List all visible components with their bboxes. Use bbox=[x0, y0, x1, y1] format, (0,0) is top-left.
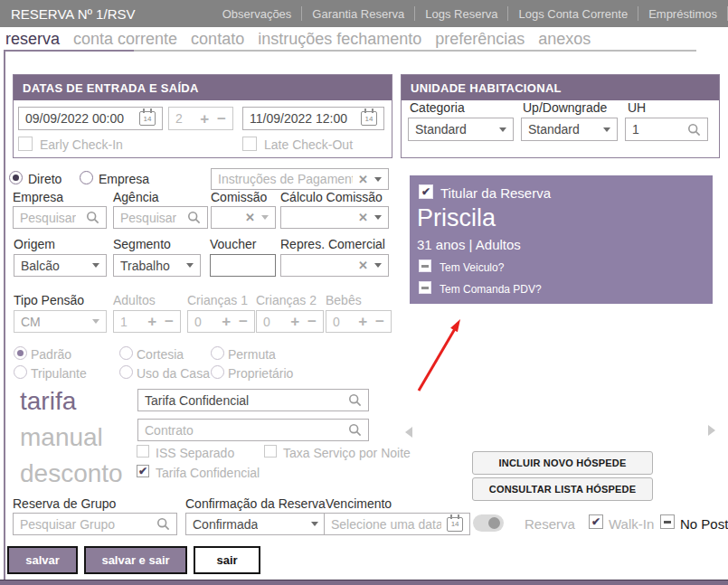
updowngrade-dropdown[interactable]: Standard bbox=[521, 118, 618, 141]
checkin-date-field[interactable]: 09/09/2022 00:00 14 bbox=[18, 107, 163, 130]
categoria-dropdown[interactable]: Standard bbox=[408, 118, 514, 141]
checkout-date-field[interactable]: 11/09/2022 12:00 14 bbox=[242, 107, 384, 130]
uh-search-field[interactable]: 1 bbox=[625, 118, 708, 141]
contrato-search-field[interactable]: Contrato bbox=[137, 419, 369, 441]
minus-icon[interactable]: − bbox=[239, 314, 248, 329]
tem-veiculo-checkbox[interactable] bbox=[419, 259, 431, 272]
adultos-stepper[interactable]: 1 +− bbox=[113, 310, 181, 333]
guest-meta: 31 anos | Adultos bbox=[417, 237, 521, 252]
radio-padrao[interactable] bbox=[14, 346, 27, 360]
plus-icon[interactable]: + bbox=[200, 111, 209, 127]
tab-manual[interactable]: manual bbox=[20, 423, 103, 452]
iss-separado-checkbox[interactable] bbox=[137, 445, 149, 458]
tem-comanda-checkbox[interactable] bbox=[419, 281, 431, 294]
salvar-e-sair-button[interactable]: salvar e sair bbox=[84, 546, 187, 574]
calculo-comissao-dropdown[interactable]: ✕ bbox=[280, 206, 389, 229]
radio-padrao-label: Padrão bbox=[31, 347, 71, 362]
plus-icon[interactable]: + bbox=[222, 314, 231, 329]
tipo-pensao-dropdown[interactable]: CM bbox=[14, 310, 107, 333]
tab-reserva[interactable]: reserva bbox=[5, 30, 60, 49]
early-checkin-label: Early Check-In bbox=[40, 137, 123, 152]
empresa-search-field[interactable]: Pesquisar bbox=[13, 206, 107, 229]
minus-icon[interactable]: − bbox=[307, 314, 317, 329]
radio-direto[interactable] bbox=[9, 171, 23, 184]
adultos-value: 1 bbox=[120, 315, 128, 329]
guest-prev-chevron-icon[interactable] bbox=[405, 427, 412, 438]
menu-garantia-reserva[interactable]: Garantia Reserva bbox=[302, 7, 414, 21]
calendar-icon[interactable]: 14 bbox=[447, 517, 463, 532]
reserva-toggle[interactable] bbox=[473, 514, 504, 532]
menu-logs-reserva[interactable]: Logs Reserva bbox=[415, 7, 507, 21]
vencimento-label: Vencimento bbox=[326, 496, 392, 511]
early-checkin-checkbox[interactable] bbox=[18, 137, 33, 151]
bebes-stepper[interactable]: 0 +− bbox=[326, 310, 392, 333]
minus-icon[interactable]: − bbox=[375, 314, 384, 329]
tab-contato[interactable]: contato bbox=[191, 30, 244, 49]
check-icon: ✔ bbox=[421, 186, 430, 197]
instrucoes-pagamento-dropdown[interactable]: Instruções de Pagamento ✕ bbox=[211, 168, 389, 190]
titular-label: Titular da Reserva bbox=[440, 185, 551, 201]
empresa-label: Empresa bbox=[13, 190, 63, 204]
radio-empresa[interactable] bbox=[80, 171, 93, 184]
tab-tarifa[interactable]: tarifa bbox=[20, 387, 76, 416]
radio-permuta[interactable] bbox=[211, 346, 224, 360]
walkin-checkbox[interactable]: ✔ bbox=[589, 514, 603, 529]
menu-emprestimos[interactable]: Empréstimos bbox=[638, 7, 727, 21]
sair-button[interactable]: sair bbox=[194, 546, 260, 574]
criancas2-stepper[interactable]: 0 +− bbox=[256, 310, 324, 333]
menu-observacoes[interactable]: Observações bbox=[213, 7, 302, 21]
nights-stepper[interactable]: 2 +− bbox=[168, 107, 233, 130]
salvar-button[interactable]: salvar bbox=[7, 546, 78, 574]
comissao-dropdown[interactable]: ✕ bbox=[211, 206, 276, 229]
tarifa-confidencial-search-field[interactable]: Tarifa Confidencial bbox=[137, 389, 369, 411]
tab-conta-corrente[interactable]: conta corrente bbox=[73, 30, 177, 49]
tab-instrucoes-fechamento[interactable]: instruções fechamento bbox=[258, 30, 421, 49]
clear-icon[interactable]: ✕ bbox=[358, 259, 368, 271]
search-icon[interactable] bbox=[348, 423, 362, 437]
clear-icon[interactable]: ✕ bbox=[245, 212, 255, 223]
clear-icon[interactable]: ✕ bbox=[358, 212, 368, 223]
radio-uso-da-casa[interactable] bbox=[119, 365, 133, 379]
radio-proprietario[interactable] bbox=[211, 365, 224, 379]
late-checkout-checkbox[interactable] bbox=[242, 137, 257, 151]
consultar-lista-hospede-button[interactable]: CONSULTAR LISTA HÓSPEDE bbox=[472, 477, 653, 501]
radio-permuta-label: Permuta bbox=[228, 347, 276, 362]
search-icon[interactable] bbox=[348, 393, 362, 407]
confirmacao-dropdown[interactable]: Confirmada bbox=[185, 513, 326, 535]
pesquisar-grupo-field[interactable]: Pesquisar Grupo bbox=[13, 513, 177, 535]
tab-preferencias[interactable]: preferências bbox=[435, 30, 525, 49]
calendar-icon[interactable]: 14 bbox=[139, 111, 156, 126]
plus-icon[interactable]: + bbox=[290, 314, 299, 329]
search-icon[interactable] bbox=[687, 123, 701, 137]
annotation-arrow bbox=[398, 303, 479, 402]
clear-icon[interactable]: ✕ bbox=[358, 174, 368, 185]
segmento-dropdown[interactable]: Trabalho bbox=[113, 254, 201, 277]
plus-icon[interactable]: + bbox=[358, 314, 367, 329]
criancas1-stepper[interactable]: 0 +− bbox=[187, 310, 255, 333]
search-icon[interactable] bbox=[156, 517, 170, 531]
minus-icon[interactable]: − bbox=[165, 314, 174, 329]
plus-icon[interactable]: + bbox=[147, 314, 156, 329]
origem-dropdown[interactable]: Balcão bbox=[14, 254, 107, 277]
vencimento-date-field[interactable]: Selecione uma data 14 bbox=[324, 513, 470, 535]
radio-cortesia[interactable] bbox=[119, 346, 133, 360]
taxa-servico-checkbox[interactable] bbox=[264, 445, 277, 458]
search-icon[interactable] bbox=[86, 211, 99, 224]
guest-next-chevron-icon[interactable] bbox=[708, 425, 715, 436]
indeterminate-icon bbox=[664, 521, 671, 524]
repres-comercial-dropdown[interactable]: ✕ bbox=[280, 254, 389, 277]
tab-desconto[interactable]: desconto bbox=[20, 459, 123, 488]
incluir-novo-hospede-button[interactable]: INCLUIR NOVO HÓSPEDE bbox=[472, 451, 653, 475]
radio-tripulante[interactable] bbox=[14, 365, 27, 379]
checkout-date-value: 11/09/2022 12:00 bbox=[250, 111, 347, 126]
minus-icon[interactable]: − bbox=[217, 111, 226, 127]
tarifa-confidencial-checkbox[interactable]: ✔ bbox=[137, 465, 149, 477]
titular-checkbox[interactable]: ✔ bbox=[419, 184, 433, 199]
agencia-search-field[interactable]: Pesquisar bbox=[113, 206, 208, 229]
tab-anexos[interactable]: anexos bbox=[538, 30, 591, 49]
voucher-input[interactable] bbox=[210, 254, 276, 277]
calendar-icon[interactable]: 14 bbox=[361, 111, 377, 126]
nopost-checkbox[interactable] bbox=[660, 514, 675, 529]
menu-logs-conta-corrente[interactable]: Logs Conta Corrente bbox=[508, 7, 638, 21]
search-icon[interactable] bbox=[187, 211, 201, 224]
